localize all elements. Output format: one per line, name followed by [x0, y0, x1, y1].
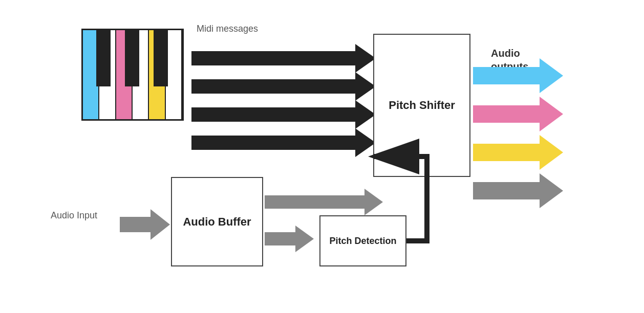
output-arrow-gray-shaft: [473, 182, 540, 199]
buffer-to-shifter-arrow-2-shaft: [265, 232, 295, 245]
buffer-to-shifter-arrow-1-shaft: [265, 195, 364, 209]
midi-arrow-4: [191, 128, 376, 157]
audio-input-label: Audio Input: [51, 210, 97, 221]
diagram: Midi messages Pitch Shifter Audio output…: [40, 13, 604, 300]
audio-buffer-label: Audio Buffer: [183, 215, 251, 229]
midi-arrow-3: [191, 100, 376, 129]
output-arrow-yellow-shaft: [473, 144, 540, 161]
audio-buffer-box: Audio Buffer: [171, 177, 263, 266]
output-arrow-yellow-head: [540, 135, 563, 170]
output-arrow-pink: [473, 97, 563, 131]
buffer-to-shifter-arrow-2-head: [295, 226, 314, 252]
audio-input-arrow-head: [151, 209, 170, 240]
output-arrow-blue-head: [540, 58, 563, 93]
piano-key-pink: [116, 30, 133, 119]
midi-arrow-3-shaft: [191, 107, 355, 122]
piano-key-yellow: [149, 30, 165, 119]
pitch-shifter-box: Pitch Shifter: [373, 34, 470, 177]
output-arrow-gray-head: [540, 173, 563, 208]
midi-arrow-1: [191, 44, 376, 73]
midi-arrow-2-head: [355, 72, 376, 101]
midi-arrow-2-shaft: [191, 79, 355, 94]
output-arrow-blue-shaft: [473, 67, 540, 84]
piano-key-blue: [83, 30, 99, 119]
audio-input-arrow-shaft: [120, 217, 151, 232]
output-arrow-blue: [473, 58, 563, 93]
output-arrow-pink-shaft: [473, 105, 540, 123]
buffer-to-shifter-arrow-2: [265, 226, 314, 252]
midi-arrow-1-head: [355, 44, 376, 73]
output-arrow-yellow: [473, 135, 563, 170]
piano-keyboard: [81, 29, 184, 121]
midi-arrow-4-head: [355, 128, 376, 157]
midi-arrow-3-head: [355, 100, 376, 129]
midi-arrow-2: [191, 72, 376, 101]
buffer-to-shifter-arrow-1: [265, 189, 383, 215]
midi-arrow-4-shaft: [191, 136, 355, 150]
piano-key-white-2: [133, 30, 149, 119]
buffer-to-shifter-arrow-1-head: [364, 189, 383, 215]
midi-messages-label: Midi messages: [197, 24, 258, 34]
midi-arrow-1-shaft: [191, 51, 355, 65]
pitch-detection-label: Pitch Detection: [329, 235, 396, 247]
audio-input-arrow: [120, 209, 170, 240]
output-arrow-gray: [473, 173, 563, 208]
piano-key-white-1: [99, 30, 116, 119]
pitch-shifter-label: Pitch Shifter: [389, 98, 455, 113]
piano-key-white-3: [166, 30, 182, 119]
output-arrow-pink-head: [540, 97, 563, 131]
pitch-detection-box: Pitch Detection: [319, 215, 406, 266]
